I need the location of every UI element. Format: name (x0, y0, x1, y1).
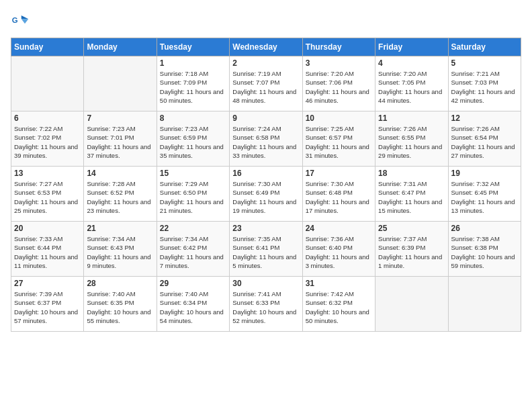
weekday-header-saturday: Saturday (448, 38, 521, 56)
day-info: Sunrise: 7:23 AM Sunset: 7:01 PM Dayligh… (87, 124, 153, 160)
day-number: 6 (14, 113, 81, 123)
calendar-cell: 26Sunrise: 7:38 AM Sunset: 6:38 PM Dayli… (448, 222, 521, 277)
day-number: 3 (306, 58, 372, 68)
calendar-cell: 12Sunrise: 7:26 AM Sunset: 6:54 PM Dayli… (448, 111, 521, 167)
day-info: Sunrise: 7:35 AM Sunset: 6:41 PM Dayligh… (232, 234, 299, 270)
calendar-table: SundayMondayTuesdayWednesdayThursdayFrid… (11, 38, 521, 332)
day-info: Sunrise: 7:37 AM Sunset: 6:39 PM Dayligh… (378, 234, 445, 270)
day-info: Sunrise: 7:20 AM Sunset: 7:05 PM Dayligh… (378, 69, 445, 105)
day-number: 13 (14, 169, 81, 178)
day-info: Sunrise: 7:41 AM Sunset: 6:33 PM Dayligh… (232, 289, 299, 325)
calendar-cell: 14Sunrise: 7:28 AM Sunset: 6:52 PM Dayli… (84, 167, 157, 222)
calendar-cell: 7Sunrise: 7:23 AM Sunset: 7:01 PM Daylig… (84, 111, 157, 167)
calendar-cell: 22Sunrise: 7:34 AM Sunset: 6:42 PM Dayli… (157, 222, 229, 277)
svg-text:G: G (12, 16, 18, 24)
calendar-cell: 27Sunrise: 7:39 AM Sunset: 6:37 PM Dayli… (11, 277, 84, 332)
day-number: 4 (378, 58, 445, 68)
day-number: 25 (378, 224, 445, 233)
day-info: Sunrise: 7:19 AM Sunset: 7:07 PM Dayligh… (232, 69, 299, 105)
calendar-cell: 2Sunrise: 7:19 AM Sunset: 7:07 PM Daylig… (230, 56, 302, 111)
calendar-cell: 9Sunrise: 7:24 AM Sunset: 6:58 PM Daylig… (230, 111, 302, 167)
svg-marker-1 (21, 15, 29, 19)
calendar-cell: 15Sunrise: 7:29 AM Sunset: 6:50 PM Dayli… (157, 167, 229, 222)
day-number: 17 (306, 169, 372, 178)
day-number: 14 (87, 169, 153, 178)
calendar-week-row: 6Sunrise: 7:22 AM Sunset: 7:02 PM Daylig… (11, 111, 521, 167)
calendar-cell: 16Sunrise: 7:30 AM Sunset: 6:49 PM Dayli… (230, 167, 302, 222)
calendar-cell: 18Sunrise: 7:31 AM Sunset: 6:47 PM Dayli… (375, 167, 448, 222)
day-info: Sunrise: 7:30 AM Sunset: 6:48 PM Dayligh… (306, 179, 372, 215)
calendar-cell: 6Sunrise: 7:22 AM Sunset: 7:02 PM Daylig… (11, 111, 84, 167)
svg-marker-2 (21, 19, 29, 24)
calendar-cell: 21Sunrise: 7:34 AM Sunset: 6:43 PM Dayli… (84, 222, 157, 277)
day-info: Sunrise: 7:30 AM Sunset: 6:49 PM Dayligh… (232, 179, 299, 215)
calendar-cell: 28Sunrise: 7:40 AM Sunset: 6:35 PM Dayli… (84, 277, 157, 332)
day-number: 23 (232, 224, 299, 233)
calendar-week-row: 13Sunrise: 7:27 AM Sunset: 6:53 PM Dayli… (11, 167, 521, 222)
day-number: 28 (87, 279, 153, 288)
day-number: 15 (160, 169, 226, 178)
day-info: Sunrise: 7:26 AM Sunset: 6:54 PM Dayligh… (451, 124, 518, 160)
day-number: 16 (232, 169, 299, 178)
day-info: Sunrise: 7:42 AM Sunset: 6:32 PM Dayligh… (306, 289, 372, 325)
weekday-header-wednesday: Wednesday (230, 38, 302, 56)
calendar-cell: 17Sunrise: 7:30 AM Sunset: 6:48 PM Dayli… (302, 167, 375, 222)
calendar-cell: 23Sunrise: 7:35 AM Sunset: 6:41 PM Dayli… (230, 222, 302, 277)
day-number: 12 (451, 113, 518, 123)
day-info: Sunrise: 7:34 AM Sunset: 6:43 PM Dayligh… (87, 234, 153, 270)
calendar-cell: 19Sunrise: 7:32 AM Sunset: 6:45 PM Dayli… (448, 167, 521, 222)
day-number: 20 (14, 224, 81, 233)
day-info: Sunrise: 7:27 AM Sunset: 6:53 PM Dayligh… (14, 179, 81, 215)
day-info: Sunrise: 7:32 AM Sunset: 6:45 PM Dayligh… (451, 179, 518, 215)
day-info: Sunrise: 7:28 AM Sunset: 6:52 PM Dayligh… (87, 179, 153, 215)
logo-icon: G (11, 11, 30, 30)
day-number: 10 (306, 113, 372, 123)
day-info: Sunrise: 7:21 AM Sunset: 7:03 PM Dayligh… (451, 69, 518, 105)
day-number: 18 (378, 169, 445, 178)
calendar-cell: 5Sunrise: 7:21 AM Sunset: 7:03 PM Daylig… (448, 56, 521, 111)
calendar-cell: 10Sunrise: 7:25 AM Sunset: 6:57 PM Dayli… (302, 111, 375, 167)
day-info: Sunrise: 7:39 AM Sunset: 6:37 PM Dayligh… (14, 289, 81, 325)
day-number: 8 (160, 113, 226, 123)
calendar-week-row: 20Sunrise: 7:33 AM Sunset: 6:44 PM Dayli… (11, 222, 521, 277)
day-info: Sunrise: 7:40 AM Sunset: 6:34 PM Dayligh… (160, 289, 226, 325)
day-number: 31 (306, 279, 372, 288)
calendar-cell (448, 277, 521, 332)
weekday-header-thursday: Thursday (302, 38, 375, 56)
day-info: Sunrise: 7:20 AM Sunset: 7:06 PM Dayligh… (306, 69, 372, 105)
day-number: 30 (232, 279, 299, 288)
page-header: G (11, 11, 521, 30)
calendar-week-row: 1Sunrise: 7:18 AM Sunset: 7:09 PM Daylig… (11, 56, 521, 111)
day-number: 7 (87, 113, 153, 123)
day-info: Sunrise: 7:31 AM Sunset: 6:47 PM Dayligh… (378, 179, 445, 215)
weekday-header-row: SundayMondayTuesdayWednesdayThursdayFrid… (11, 38, 521, 56)
calendar-cell (84, 56, 157, 111)
calendar-cell: 11Sunrise: 7:26 AM Sunset: 6:55 PM Dayli… (375, 111, 448, 167)
logo: G (11, 11, 31, 30)
day-number: 19 (451, 169, 518, 178)
calendar-cell: 29Sunrise: 7:40 AM Sunset: 6:34 PM Dayli… (157, 277, 229, 332)
day-info: Sunrise: 7:18 AM Sunset: 7:09 PM Dayligh… (160, 69, 226, 105)
day-info: Sunrise: 7:23 AM Sunset: 6:59 PM Dayligh… (160, 124, 226, 160)
calendar-cell: 4Sunrise: 7:20 AM Sunset: 7:05 PM Daylig… (375, 56, 448, 111)
day-number: 29 (160, 279, 226, 288)
day-info: Sunrise: 7:33 AM Sunset: 6:44 PM Dayligh… (14, 234, 81, 270)
day-number: 22 (160, 224, 226, 233)
calendar-cell: 24Sunrise: 7:36 AM Sunset: 6:40 PM Dayli… (302, 222, 375, 277)
day-info: Sunrise: 7:40 AM Sunset: 6:35 PM Dayligh… (87, 289, 153, 325)
calendar-cell: 1Sunrise: 7:18 AM Sunset: 7:09 PM Daylig… (157, 56, 229, 111)
day-number: 11 (378, 113, 445, 123)
day-info: Sunrise: 7:36 AM Sunset: 6:40 PM Dayligh… (306, 234, 372, 270)
calendar-cell: 3Sunrise: 7:20 AM Sunset: 7:06 PM Daylig… (302, 56, 375, 111)
calendar-cell: 25Sunrise: 7:37 AM Sunset: 6:39 PM Dayli… (375, 222, 448, 277)
day-info: Sunrise: 7:24 AM Sunset: 6:58 PM Dayligh… (232, 124, 299, 160)
day-info: Sunrise: 7:26 AM Sunset: 6:55 PM Dayligh… (378, 124, 445, 160)
day-info: Sunrise: 7:25 AM Sunset: 6:57 PM Dayligh… (306, 124, 372, 160)
day-number: 21 (87, 224, 153, 233)
calendar-cell: 31Sunrise: 7:42 AM Sunset: 6:32 PM Dayli… (302, 277, 375, 332)
day-number: 9 (232, 113, 299, 123)
calendar-cell: 20Sunrise: 7:33 AM Sunset: 6:44 PM Dayli… (11, 222, 84, 277)
calendar-cell: 8Sunrise: 7:23 AM Sunset: 6:59 PM Daylig… (157, 111, 229, 167)
calendar-cell: 13Sunrise: 7:27 AM Sunset: 6:53 PM Dayli… (11, 167, 84, 222)
day-number: 24 (306, 224, 372, 233)
